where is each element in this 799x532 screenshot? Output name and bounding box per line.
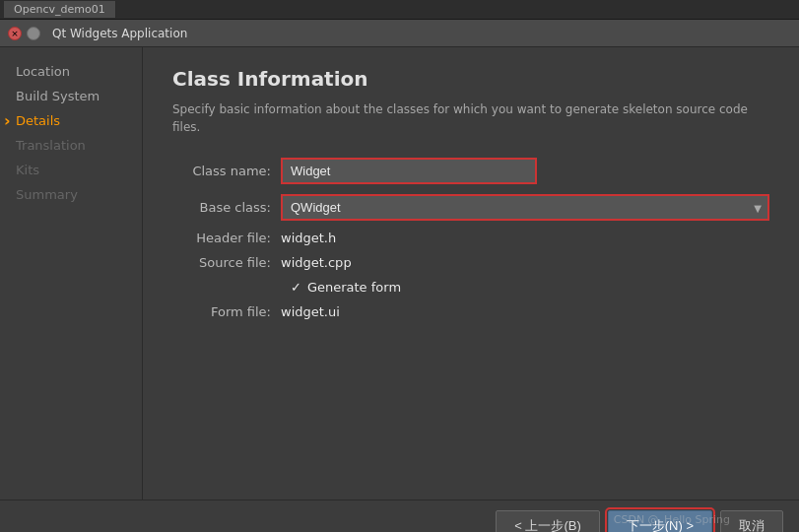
sidebar-label-location: Location [16, 64, 70, 79]
generate-form-row: ✓ Generate form [172, 280, 769, 295]
form-file-label: Form file: [172, 304, 281, 319]
sidebar-label-summary: Summary [16, 187, 78, 202]
tabbar: Opencv_demo01 [0, 0, 799, 20]
header-file-label: Header file: [172, 231, 281, 245]
panel-description: Specify basic information about the clas… [172, 100, 769, 136]
base-class-select[interactable]: QWidget QDialog QMainWindow [281, 194, 769, 221]
minimize-button[interactable] [27, 27, 40, 40]
window-controls: × [8, 27, 40, 40]
sidebar-item-summary[interactable]: Summary [0, 182, 142, 207]
sidebar-item-details[interactable]: Details [0, 108, 142, 133]
sidebar-item-kits[interactable]: Kits [0, 158, 142, 182]
form-file-row: Form file: widget.ui [172, 304, 769, 319]
class-name-label: Class name: [172, 164, 281, 178]
base-class-select-wrapper: QWidget QDialog QMainWindow ▼ [281, 194, 769, 221]
dialog-footer: < 上一步(B) 下一步(N) > 取消 [0, 499, 799, 532]
titlebar: × Qt Widgets Application [0, 20, 799, 47]
sidebar-item-build-system[interactable]: Build System [0, 84, 142, 108]
form-file-value: widget.ui [281, 304, 340, 319]
sidebar-label-build-system: Build System [16, 89, 100, 103]
back-button[interactable]: < 上一步(B) [496, 510, 600, 532]
sidebar-label-details: Details [16, 113, 60, 128]
main-panel: Class Information Specify basic informat… [143, 47, 799, 499]
dialog-content: Location Build System Details Translatio… [0, 47, 799, 499]
tab-opencv[interactable]: Opencv_demo01 [4, 1, 116, 18]
sidebar-label-kits: Kits [16, 163, 39, 177]
class-name-input[interactable] [281, 158, 537, 184]
dialog: Location Build System Details Translatio… [0, 47, 799, 532]
next-button[interactable]: 下一步(N) > [608, 510, 712, 532]
class-name-row: Class name: [172, 158, 769, 184]
sidebar-item-location[interactable]: Location [0, 59, 142, 84]
source-file-label: Source file: [172, 255, 281, 270]
header-file-row: Header file: widget.h [172, 231, 769, 245]
header-file-value: widget.h [281, 231, 336, 245]
generate-form-label[interactable]: Generate form [307, 280, 401, 295]
panel-title: Class Information [172, 67, 769, 91]
window-title: Qt Widgets Application [52, 27, 187, 40]
cancel-button[interactable]: 取消 [720, 510, 783, 532]
sidebar-label-translation: Translation [16, 138, 86, 153]
sidebar-item-translation[interactable]: Translation [0, 133, 142, 158]
base-class-row: Base class: QWidget QDialog QMainWindow … [172, 194, 769, 221]
base-class-label: Base class: [172, 200, 281, 215]
source-file-row: Source file: widget.cpp [172, 255, 769, 270]
close-button[interactable]: × [8, 27, 22, 40]
source-file-value: widget.cpp [281, 255, 352, 270]
sidebar: Location Build System Details Translatio… [0, 47, 143, 499]
checkmark-icon: ✓ [291, 280, 301, 295]
